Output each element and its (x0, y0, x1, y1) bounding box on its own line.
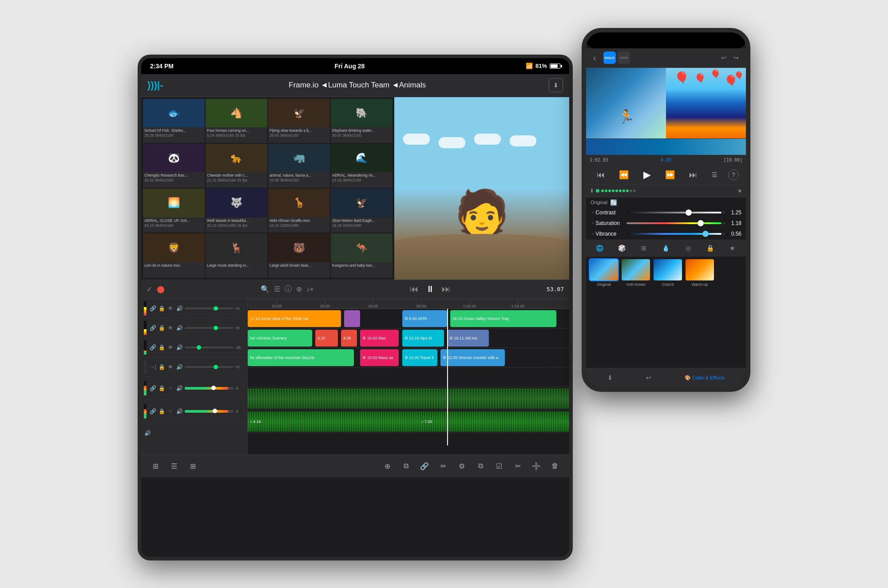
clip[interactable]: he silhouette of the mountain bicycle (248, 349, 354, 366)
filter-cat-color[interactable]: 💧 (660, 242, 672, 254)
audio-icon[interactable]: 🔊 (176, 385, 183, 391)
lock-icon[interactable]: 🔒 (158, 344, 165, 351)
phone-export-button[interactable]: ⬇ (607, 374, 613, 381)
saturation-slider[interactable] (626, 222, 721, 224)
filter-cat-grid[interactable]: ⊞ (638, 242, 650, 254)
solo-button[interactable]: SOLO (603, 51, 616, 64)
vibrance-chevron-left[interactable]: ‹ (592, 231, 594, 236)
lock-icon[interactable]: 🔒 (158, 325, 165, 331)
list-item[interactable]: 🦏 animal, nature, fauna a...10.08 3840x2… (268, 144, 330, 188)
clip[interactable]: 4.06 (341, 330, 357, 347)
clip[interactable]: ⚙ 10.00 Mass as (360, 349, 399, 366)
clip[interactable]: 4.10 (315, 330, 338, 347)
list-item[interactable]: 🐆 Cheetah mother with c...21.15 3840x216… (206, 144, 267, 188)
media-grid[interactable]: 🐟 School Of Fish. Sharks...29.29 3840x21… (141, 97, 394, 280)
eye-icon[interactable]: 👁 (167, 325, 174, 331)
skip-forward-button[interactable]: ⏭ (686, 169, 701, 182)
filter-preset[interactable]: ✓ Original (589, 258, 619, 287)
clip[interactable]: 16.15 Grass Valley Stream Tray (450, 310, 556, 327)
list-item[interactable]: 🦅 Flying slow towards a fj...25.05 3840x… (268, 99, 330, 143)
filter-cat-3d[interactable]: 🎲 (616, 242, 628, 254)
info-icon[interactable]: ⓘ (285, 284, 292, 294)
add-button[interactable]: ➕ (529, 459, 543, 473)
audio-icon[interactable]: 🔊 (176, 344, 183, 351)
lock-icon[interactable]: 🔒 (158, 385, 165, 391)
link-button[interactable]: 🔗 (417, 459, 432, 473)
eye-icon[interactable]: 👁 (167, 385, 174, 391)
clip[interactable]: ker Admires Scenery (248, 330, 312, 347)
contrast-slider[interactable] (626, 212, 721, 213)
clip[interactable]: ⚙ 10.19 Alps M (402, 330, 444, 347)
audio-icon[interactable]: 🔊 (176, 305, 183, 312)
lock-icon[interactable]: 🔒 (158, 305, 165, 312)
play-button[interactable]: ▶ (640, 167, 654, 182)
list-item[interactable]: 🦅 Slow Motion Bald Eagle...16.19 1920x10… (331, 189, 392, 233)
rewind-button[interactable]: ⏪ (615, 168, 632, 182)
vibrance-slider[interactable] (626, 233, 721, 235)
help-button[interactable]: ? (728, 170, 739, 180)
filter-preset-thumb[interactable] (653, 258, 683, 281)
split-button[interactable]: ⧉ (399, 459, 413, 473)
check-icon[interactable]: ✓ (147, 285, 152, 293)
saturation-chevron-left[interactable]: ‹ (592, 221, 594, 225)
filter-preset[interactable]: Cool-It (653, 258, 683, 287)
link-icon[interactable]: 🔗 (149, 408, 156, 414)
lock-icon[interactable]: 🔒 (158, 364, 165, 370)
link-icon[interactable]: 🔗 (149, 305, 156, 312)
link-icon[interactable]: 🔗 (149, 385, 156, 391)
vibrance-chevron-right[interactable]: › (723, 231, 725, 236)
scissors-button[interactable]: ✂ (511, 459, 525, 473)
contrast-chevron-right[interactable]: › (723, 210, 725, 215)
clip[interactable]: ⚙ 10.06 Travel li (402, 349, 438, 366)
eye-icon[interactable]: 👁 (167, 408, 174, 414)
export-icon[interactable]: ⬇ (590, 188, 594, 194)
clip[interactable]: 17.12 Aerial view of the Teide Na (248, 310, 341, 327)
filter-cat-star[interactable]: ★ (726, 242, 738, 254)
audio-icon[interactable]: 🔊 (176, 364, 183, 370)
phone-timeline-strip[interactable] (586, 139, 746, 155)
list-view-button[interactable]: ☰ (167, 459, 181, 473)
add-track-button[interactable]: ⊞ (148, 459, 163, 473)
back-button[interactable]: ‹ (591, 51, 598, 65)
list-item[interactable]: 🦁 Lion lie in nature.mov (143, 233, 205, 277)
list-item[interactable]: 🐘 Elephant drinking water...30.02 3840x2… (331, 99, 392, 143)
clip[interactable]: ⚙ 10.00 Mas (360, 330, 399, 347)
eye-icon[interactable]: 👁 (167, 305, 174, 312)
composite-button[interactable]: ⧉ (473, 459, 488, 473)
track-area[interactable]: 20.00 30.00 40.00 50.00 1:00.00 1:10.00 (248, 299, 569, 454)
filter-cat-circle[interactable]: ◎ (682, 242, 694, 254)
eye-icon[interactable]: 👁 (167, 364, 174, 370)
clip[interactable]: ⚙ 22.05 Woman traveler with a (440, 349, 505, 366)
download-button[interactable]: ⬇ (549, 78, 563, 92)
filter-cat-lock[interactable]: 🔒 (704, 242, 716, 254)
filter-preset[interactable]: Warm-up (685, 258, 715, 287)
list-icon[interactable]: ☰ (274, 285, 280, 293)
list-item[interactable]: 🦒 Wild African Giraffe.mov16.10 1920x108… (268, 189, 330, 233)
list-item[interactable]: 🌅 AERIAL, CLOSE UP, Gol...29.10 3840x216… (143, 189, 205, 233)
star-button[interactable]: ★ (737, 188, 742, 194)
filter-preset-thumb[interactable] (685, 258, 715, 281)
clip[interactable]: ⚙ 8.00 AERI (402, 310, 447, 327)
speaker-icon[interactable]: 🔊 (144, 430, 151, 436)
list-item[interactable]: 🐼 Chengdu Research Bas...16.26 3840x2160 (143, 144, 205, 188)
link-icon[interactable]: 🔗 (149, 325, 156, 331)
menu-button[interactable]: ☰ (708, 170, 721, 180)
skip-back-button[interactable]: ⏮ (410, 284, 419, 294)
pair-button[interactable]: PAIR (618, 51, 630, 64)
link-icon[interactable]: 🔗 (149, 344, 156, 351)
skip-back-button[interactable]: ⏮ (593, 169, 608, 182)
add-marker-icon[interactable]: ⊕ (296, 285, 302, 293)
contrast-chevron-left[interactable]: ‹ (592, 210, 594, 215)
color-effects-button[interactable]: 🎨 Color & Effects (685, 375, 725, 381)
record-button[interactable]: ⬤ (157, 285, 165, 293)
delete-button[interactable]: 🗑 (548, 459, 562, 473)
saturation-chevron-right[interactable]: › (723, 221, 725, 225)
edit-button[interactable]: ✏ (436, 459, 450, 473)
list-item[interactable]: 🌊 AERIAL, Meandering riv...13.18 3840x21… (331, 144, 392, 188)
phone-share-button[interactable]: ↩ (646, 374, 651, 381)
clip[interactable] (344, 310, 360, 327)
audio-icon[interactable]: 🔊 (176, 325, 183, 331)
fast-forward-button[interactable]: ⏩ (662, 168, 678, 182)
add-clip-button[interactable]: ⊕ (380, 459, 394, 473)
skip-forward-button[interactable]: ⏭ (442, 284, 451, 294)
